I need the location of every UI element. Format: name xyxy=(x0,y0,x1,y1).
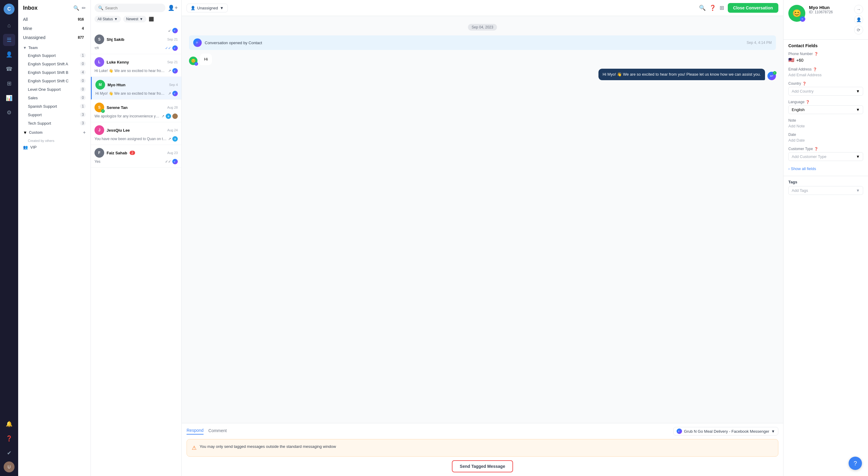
compose-icon[interactable]: ✏ xyxy=(82,5,86,11)
conversation-list: 🔍 👤+ All Status ▼ Newest ▼ ⬛ ↙ ᯤ S Shj S… xyxy=(91,0,182,476)
conv-preview: Hi Luke! 👋 We are so excited to hear fro… xyxy=(94,68,178,73)
language-dropdown[interactable]: English ▼ xyxy=(788,105,863,114)
filter-icon[interactable]: ⬛ xyxy=(149,16,154,22)
conv-icons: ✓✓ ᯤ xyxy=(165,45,178,51)
chevron-down-icon: ▼ xyxy=(23,130,27,135)
conv-item-luke-kenny[interactable]: L Luke Kenny Sep 21 Hi Luke! 👋 We are so… xyxy=(91,54,181,77)
chat-header-left: 👤 Unassigned ▼ xyxy=(187,4,695,12)
network-icon[interactable]: ⊞ xyxy=(720,4,724,11)
avatar: F xyxy=(94,148,104,158)
nav-help-icon[interactable]: ❓ xyxy=(3,433,15,445)
tab-respond[interactable]: Respond xyxy=(187,428,204,435)
contact-header: 😊 ᯤ Myo Htun ID: 110678726 → 👤 ⟳ xyxy=(783,0,868,40)
sidebar-vip-item[interactable]: 👥 VIP xyxy=(18,143,91,151)
add-custom-icon[interactable]: + xyxy=(83,130,86,135)
nav-phone-icon[interactable]: ☎ xyxy=(3,63,15,75)
field-language: Language ❓ English ▼ xyxy=(788,100,863,114)
help-icon[interactable]: ❓ xyxy=(814,52,818,56)
help-circle-icon[interactable]: ❓ xyxy=(709,4,716,11)
tags-dropdown[interactable]: Add Tags ▼ xyxy=(788,186,863,195)
help-button[interactable]: ? xyxy=(848,456,862,470)
history-icon[interactable]: ⟳ xyxy=(854,26,863,34)
conv-item-myo-htun[interactable]: M Myo Htun Sep 4 Hi Myo! 👋 We are so exc… xyxy=(91,77,181,100)
help-icon[interactable]: ❓ xyxy=(806,100,810,104)
new-conv-icon[interactable]: 👤+ xyxy=(168,4,178,11)
assign-dropdown[interactable]: 👤 Unassigned ▼ xyxy=(187,4,228,12)
conv-icons: ✓✓ ᯤ xyxy=(165,159,178,164)
chat-input-tabs: Respond Comment ᯤ Grub N Go Meal Deliver… xyxy=(187,427,778,436)
chevron-down-icon: ▼ xyxy=(856,154,860,159)
nav-user-avatar[interactable]: U xyxy=(4,462,14,472)
field-language-label: Language ❓ xyxy=(788,100,863,104)
email-placeholder[interactable]: Add Email Address xyxy=(788,73,863,77)
messenger-icon: ᯤ xyxy=(172,28,178,33)
right-panel: 😊 ᯤ Myo Htun ID: 110678726 → 👤 ⟳ Contact… xyxy=(783,0,868,476)
avatar: S xyxy=(94,34,104,44)
help-icon[interactable]: ❓ xyxy=(814,147,818,151)
nav-contacts-icon[interactable]: 👤 xyxy=(3,48,15,61)
messenger-icon: ᯤ xyxy=(172,159,178,164)
sidebar-team-spanish-support[interactable]: Spanish Support 1 xyxy=(18,102,91,110)
sidebar-item-mine[interactable]: Mine 4 xyxy=(18,24,91,33)
nav-logo[interactable]: C xyxy=(4,4,14,14)
date-placeholder[interactable]: Add Date xyxy=(788,138,863,142)
nav-analytics-icon[interactable]: 📊 xyxy=(3,92,15,104)
send-tagged-message-button[interactable]: Send Tagged Message xyxy=(452,460,513,472)
chevron-down-icon: ▼ xyxy=(23,46,27,50)
nav-inbox-icon[interactable]: ☰ xyxy=(3,34,15,46)
nav-checkmark-icon[interactable]: ✔ xyxy=(3,447,15,459)
status-filter[interactable]: All Status ▼ xyxy=(94,16,121,23)
channel-select[interactable]: ᯤ Grub N Go Meal Delivery - Facebook Mes… xyxy=(673,427,778,436)
search-bar[interactable]: 🔍 xyxy=(94,4,165,12)
close-conversation-button[interactable]: Close Conversation xyxy=(728,3,778,13)
conv-preview: হাউ ✓✓ ᯤ xyxy=(94,45,178,51)
chevron-down-icon: ▼ xyxy=(856,89,860,94)
sidebar-item-unassigned[interactable]: Unassigned 877 xyxy=(18,33,91,42)
contacts-icon[interactable]: 👤 xyxy=(854,15,863,24)
search-icon[interactable]: 🔍 xyxy=(699,4,706,11)
team-group-title[interactable]: ▼ Team xyxy=(18,43,91,51)
field-phone: Phone Number ❓ 🇲🇾 +60 xyxy=(788,52,863,63)
field-country-label: Country ❓ xyxy=(788,81,863,86)
messenger-badge-icon: ᯤ xyxy=(800,16,805,22)
sidebar-team-support[interactable]: Support 3 xyxy=(18,110,91,119)
nav-integrations-icon[interactable]: ⊞ xyxy=(3,77,15,90)
show-all-fields-link[interactable]: › Show all fields xyxy=(788,165,863,172)
sidebar-item-all[interactable]: All 916 xyxy=(18,15,91,24)
conv-name: Serene Tan xyxy=(106,105,127,110)
tab-comment[interactable]: Comment xyxy=(208,428,227,434)
sort-filter[interactable]: Newest ▼ xyxy=(123,16,146,23)
conv-name: JessQiu Lee xyxy=(106,128,130,133)
sidebar-team-level-one[interactable]: Level One Support 0 xyxy=(18,85,91,94)
help-icon[interactable]: ❓ xyxy=(813,67,817,71)
search-icon[interactable]: 🔍 xyxy=(73,5,79,11)
field-customer-type-label: Customer Type ❓ xyxy=(788,147,863,151)
nav-home-icon[interactable]: ⌂ xyxy=(3,20,15,31)
sidebar-item-mine-count: 4 xyxy=(80,26,86,31)
conv-item-serene-tan[interactable]: S ✓ Serene Tan Aug 28 We apologize for a… xyxy=(91,100,181,122)
nav-settings-icon[interactable]: ⚙ xyxy=(3,106,15,118)
conv-item-faiz-sahab[interactable]: F Faiz Sahab 2 Aug 23 Yes ✓✓ ᯤ xyxy=(91,145,181,168)
customer-type-dropdown[interactable]: Add Customer Type ▼ xyxy=(788,152,863,161)
conv-item-shj-sakib[interactable]: ↙ ᯤ S Shj Sakib Sep 21 হাউ ✓✓ ᯤ xyxy=(91,25,181,54)
custom-section-header[interactable]: ▼ Custom + xyxy=(18,127,91,138)
conv-item-jessqiu-lee[interactable]: J JessQiu Lee Aug 24 You have now been a… xyxy=(91,122,181,145)
sidebar-team-sales[interactable]: Sales 0 xyxy=(18,94,91,102)
sidebar-team-tech-support[interactable]: Tech Support 3 xyxy=(18,119,91,127)
country-dropdown[interactable]: Add Country ▼ xyxy=(788,87,863,96)
nav-notifications-icon[interactable]: 🔔 xyxy=(3,418,15,430)
team-count: 0 xyxy=(80,61,86,66)
conv-item-header: M Myo Htun Sep 4 xyxy=(95,80,178,90)
sidebar-team-english-support-shift-a[interactable]: English Support Shift A 0 xyxy=(18,60,91,68)
sidebar-team-english-support[interactable]: English Support 1 xyxy=(18,51,91,60)
team-name: English Support Shift C xyxy=(28,79,68,83)
messenger-icon: ᯤ xyxy=(172,45,178,51)
note-placeholder[interactable]: Add Note xyxy=(788,124,863,128)
conv-item-header: F Faiz Sahab 2 Aug 23 xyxy=(94,148,178,158)
navigate-icon[interactable]: → xyxy=(854,5,863,14)
sidebar-team-english-support-shift-b[interactable]: English Support Shift B 4 xyxy=(18,68,91,76)
sidebar-team-english-support-shift-c[interactable]: English Support Shift C 0 xyxy=(18,76,91,85)
chat-main: 👤 Unassigned ▼ 🔍 ❓ ⊞ Close Conversation … xyxy=(182,0,783,476)
search-input[interactable] xyxy=(105,6,162,10)
help-icon[interactable]: ❓ xyxy=(802,82,807,86)
